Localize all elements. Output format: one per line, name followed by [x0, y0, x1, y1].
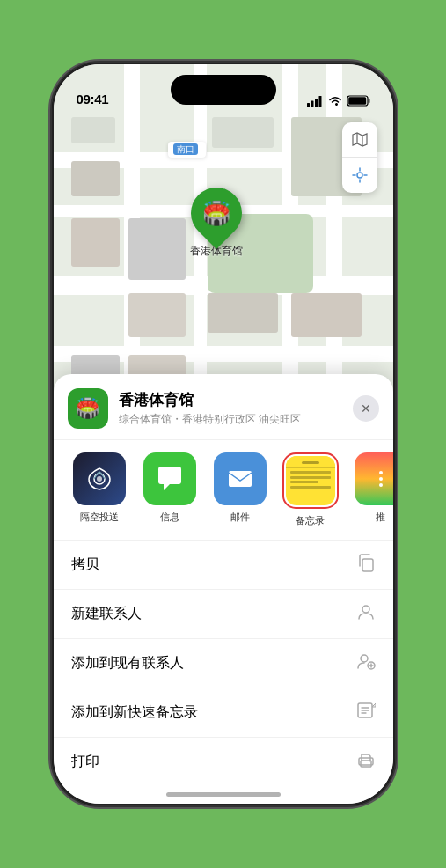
- add-existing-label: 添加到现有联系人: [71, 654, 184, 673]
- svg-rect-15: [362, 559, 373, 571]
- venue-name: 香港体育馆: [119, 390, 353, 410]
- svg-rect-0: [307, 103, 310, 107]
- stadium-icon: 🏟️: [202, 200, 230, 227]
- action-print[interactable]: 打印: [54, 738, 393, 786]
- share-airdrop[interactable]: 隔空投送: [68, 452, 131, 527]
- print-label: 打印: [71, 753, 99, 771]
- wifi-icon: [328, 96, 342, 107]
- quick-note-label: 添加到新快速备忘录: [71, 703, 198, 722]
- messages-icon: [143, 452, 196, 505]
- svg-point-17: [361, 655, 368, 662]
- mail-label: 邮件: [230, 511, 250, 524]
- share-row: 隔空投送 信息: [54, 440, 393, 541]
- copy-label: 拷贝: [71, 555, 99, 574]
- status-time: 09:41: [77, 92, 109, 107]
- new-contact-label: 新建联系人: [71, 605, 142, 623]
- svg-rect-6: [348, 97, 366, 105]
- print-icon: [356, 750, 376, 774]
- venue-icon: 🏟️: [68, 388, 108, 429]
- stadium-pin[interactable]: 🏟️ 香港体育馆: [190, 188, 243, 259]
- svg-rect-3: [318, 96, 321, 107]
- status-icons: [307, 95, 370, 107]
- svg-rect-2: [315, 99, 318, 107]
- battery-icon: [347, 95, 370, 107]
- notes-icon: [286, 456, 335, 505]
- dynamic-island: [171, 75, 276, 105]
- close-button[interactable]: ✕: [353, 395, 379, 422]
- signal-icon: [307, 96, 323, 107]
- svg-rect-14: [229, 471, 252, 487]
- svg-point-13: [97, 476, 102, 482]
- new-contact-icon: [356, 602, 376, 626]
- share-more[interactable]: 推: [349, 452, 393, 527]
- action-new-contact[interactable]: 新建联系人: [54, 590, 393, 639]
- more-icon: [355, 452, 393, 505]
- map-type-button[interactable]: [342, 122, 377, 158]
- share-notes[interactable]: 备忘录: [279, 452, 342, 527]
- messages-label: 信息: [160, 511, 179, 524]
- notes-label: 备忘录: [296, 514, 325, 527]
- share-mail[interactable]: 邮件: [208, 452, 272, 527]
- quick-note-icon: [356, 701, 376, 725]
- map-controls: [342, 122, 377, 193]
- phone-screen: 09:41: [54, 64, 393, 804]
- more-dots: [379, 471, 383, 487]
- svg-point-27: [369, 761, 370, 762]
- location-button[interactable]: [342, 158, 377, 193]
- action-list: 拷贝 新建联系人: [54, 541, 393, 786]
- airdrop-icon: [73, 452, 126, 505]
- mail-icon: [214, 452, 267, 505]
- svg-rect-1: [311, 100, 313, 107]
- copy-icon: [356, 553, 376, 577]
- more-label: 推: [376, 511, 385, 524]
- svg-rect-5: [368, 99, 370, 103]
- svg-point-16: [362, 606, 369, 613]
- sheet-header: 🏟️ 香港体育馆 综合体育馆・香港特别行政区 油尖旺区 ✕: [54, 374, 393, 440]
- location-label: 南口: [168, 142, 206, 158]
- bottom-sheet: 🏟️ 香港体育馆 综合体育馆・香港特别行政区 油尖旺区 ✕: [54, 374, 393, 804]
- location-label-prefix: 南口: [173, 143, 198, 155]
- add-existing-icon: [356, 651, 376, 675]
- action-copy[interactable]: 拷贝: [54, 541, 393, 590]
- action-add-existing-contact[interactable]: 添加到现有联系人: [54, 639, 393, 688]
- pin-circle: 🏟️: [179, 177, 252, 249]
- action-add-quick-note[interactable]: 添加到新快速备忘录: [54, 688, 393, 738]
- airdrop-label: 隔空投送: [80, 511, 119, 524]
- home-indicator: [166, 792, 281, 797]
- notes-highlight: [282, 452, 339, 509]
- svg-point-7: [357, 173, 362, 178]
- venue-info: 香港体育馆 综合体育馆・香港特别行政区 油尖旺区: [119, 390, 353, 427]
- venue-subtitle: 综合体育馆・香港特别行政区 油尖旺区: [119, 412, 353, 427]
- share-messages[interactable]: 信息: [138, 452, 201, 527]
- phone-frame: 09:41: [52, 63, 395, 805]
